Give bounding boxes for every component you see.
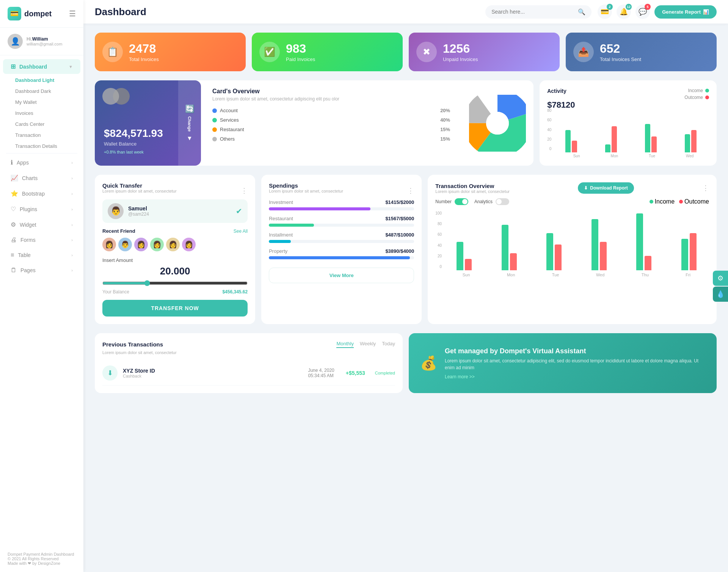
sidebar-item-pages[interactable]: 🗒 Pages ›	[3, 263, 80, 277]
see-all-link[interactable]: See All	[234, 229, 248, 234]
user-info: Hi,William william@gmail.com	[27, 36, 62, 46]
activity-bar-chart: 806040200	[547, 114, 709, 152]
change-btn[interactable]: 🔄 Change ▼	[178, 80, 201, 166]
friend-avatar-4[interactable]: 👩	[150, 238, 164, 251]
bar-group-wed	[672, 120, 709, 152]
logo-text: dompet	[24, 9, 52, 18]
outcome-bar	[555, 244, 562, 270]
income-bar	[592, 219, 598, 270]
water-drop-float-btn[interactable]: 💧	[713, 287, 728, 302]
outcome-dot	[705, 96, 709, 99]
dot-restaurant	[212, 127, 217, 132]
stat-row-restaurant: Restaurant 15%	[212, 127, 450, 132]
more-options-icon[interactable]: ⋮	[407, 186, 414, 195]
friend-avatar-2[interactable]: 👨	[118, 238, 132, 251]
friend-avatar-5[interactable]: 👩	[166, 238, 180, 251]
sidebar-item-label: Bootstrap	[22, 191, 67, 197]
search-input[interactable]	[491, 9, 575, 15]
sidebar-item-forms[interactable]: 🖨 Forms ›	[3, 233, 80, 247]
income-bar-mon	[605, 144, 610, 152]
settings-float-btn[interactable]: ⚙	[713, 271, 728, 286]
installment-fill	[269, 240, 290, 243]
sidebar-item-bootstrap[interactable]: ⭐ Bootstrap ›	[3, 186, 80, 201]
logo-area: 💳 dompet ☰	[0, 0, 83, 28]
spendings-subtitle: Lorem ipsum dolor sit amet, consectetur	[269, 189, 343, 193]
subnav-cards-center[interactable]: Cards Center	[11, 119, 83, 130]
sent-invoices-icon: 📤	[573, 42, 594, 62]
spendings-title: Spendings	[269, 182, 343, 189]
search-icon: 🔍	[578, 8, 585, 16]
subnav-transaction-details[interactable]: Transaction Details	[11, 141, 83, 152]
subnav-dashboard-dark[interactable]: Dashboard Dark	[11, 86, 83, 97]
spendings-widget: Spendings Lorem ipsum dolor sit amet, co…	[261, 175, 422, 324]
dashboard-subnav: Dashboard Light Dashboard Dark My Wallet…	[0, 75, 83, 152]
hamburger-icon[interactable]: ☰	[69, 9, 76, 18]
wallet-btn[interactable]: 💳 2	[598, 5, 612, 19]
pages-icon: 🗒	[11, 267, 17, 274]
friend-avatar-3[interactable]: 👩	[134, 238, 148, 251]
download-report-button[interactable]: ⬇ Download Report	[578, 182, 634, 194]
va-banner: 💰 Get managed by Dompet's Virtual Assist…	[409, 333, 717, 393]
header-actions: 💳 2 🔔 12 💬 5 Generate Report 📊	[598, 5, 717, 19]
chat-btn[interactable]: 💬 5	[635, 5, 650, 19]
subnav-dashboard-light[interactable]: Dashboard Light	[11, 75, 83, 86]
unpaid-invoices-label: Unpaid Invoices	[443, 56, 478, 62]
sidebar-item-apps[interactable]: ℹ Apps ›	[3, 155, 80, 170]
generate-report-button[interactable]: Generate Report 📊	[654, 5, 717, 19]
friend-avatar-1[interactable]: 👩	[102, 238, 116, 251]
app-tagline: Dompet Payment Admin Dashboard	[8, 552, 76, 556]
sidebar-item-widget[interactable]: ⚙ Widget ›	[3, 217, 80, 232]
transaction-overview-widget: Transaction Overview Lorem ipsum dolor s…	[428, 175, 717, 324]
view-more-button[interactable]: View More	[269, 268, 414, 283]
card-stats: Card's Overview Lorem ipsum dolor sit am…	[201, 80, 461, 166]
apps-icon: ℹ	[11, 159, 13, 166]
sidebar-item-charts[interactable]: 📈 Charts ›	[3, 171, 80, 185]
chevron-right-icon: ›	[71, 176, 73, 180]
analytics-toggle[interactable]	[496, 198, 509, 205]
friend-avatar-6[interactable]: 👩	[182, 238, 196, 251]
total-invoices-label: Total Invoices	[129, 56, 159, 62]
middle-row: 🔄 Change ▼ $824,571.93 Wallet Balance +0…	[95, 80, 717, 166]
page-title: Dashboard	[95, 6, 479, 18]
va-learn-more[interactable]: Learn more >>	[445, 374, 705, 379]
unpaid-invoices-icon: ✖	[416, 42, 437, 62]
tab-weekly[interactable]: Weekly	[360, 341, 376, 348]
content: 📋 2478 Total Invoices ✅ 983 Paid Invoice…	[83, 24, 728, 572]
prev-transactions-title: Previous Transactions	[102, 341, 163, 348]
toggle-knob	[496, 199, 502, 204]
subnav-invoices[interactable]: Invoices	[11, 108, 83, 119]
recent-friends-header: Recent Friend See All	[102, 228, 248, 234]
more-options-icon[interactable]: ⋮	[702, 184, 709, 192]
subnav-transaction[interactable]: Transaction	[11, 130, 83, 141]
y-axis: 100806040200	[435, 210, 444, 270]
sidebar-item-dashboard[interactable]: ⊞ Dashboard ▼	[3, 59, 80, 74]
transaction-overview-subtitle: Lorem ipsum dolor sit amet, consectetur	[435, 189, 510, 194]
transaction-type: Cashback	[123, 374, 155, 378]
income-bar	[502, 225, 508, 270]
sent-invoices-number: 652	[600, 42, 641, 56]
transfer-now-button[interactable]: TRANSFER NOW	[102, 300, 248, 317]
bar-group-mon	[593, 120, 629, 152]
subnav-my-wallet[interactable]: My Wallet	[11, 97, 83, 108]
stat-row-others: Others 15%	[212, 136, 450, 142]
income-bar-wed	[685, 134, 690, 152]
sidebar-item-plugins[interactable]: ♡ Plugins ›	[3, 202, 80, 216]
bell-btn[interactable]: 🔔 12	[617, 5, 631, 19]
transfer-amount-slider[interactable]	[102, 280, 248, 286]
spending-property: Property $3890/$4000	[269, 248, 414, 259]
outcome-bar	[690, 233, 697, 270]
paid-invoices-number: 983	[286, 42, 315, 56]
chevron-right-icon: ›	[71, 253, 73, 257]
tab-today[interactable]: Today	[382, 341, 395, 348]
transfer-amount-display: 20.000	[102, 265, 248, 277]
more-options-icon[interactable]: ⋮	[241, 186, 248, 195]
sidebar-item-table[interactable]: ≡ Table ›	[3, 248, 80, 262]
tab-group: Monthly Weekly Today	[336, 341, 395, 348]
dot-others	[212, 137, 217, 141]
toggle-row: Number Analytics Inc	[435, 198, 709, 205]
bar-group-tue	[534, 213, 574, 270]
number-toggle[interactable]	[455, 198, 468, 205]
number-label: Number	[435, 199, 452, 204]
tab-monthly[interactable]: Monthly	[336, 341, 354, 348]
prev-transactions-subtitle: Lorem ipsum dolor sit amet, consectetur	[102, 350, 395, 355]
